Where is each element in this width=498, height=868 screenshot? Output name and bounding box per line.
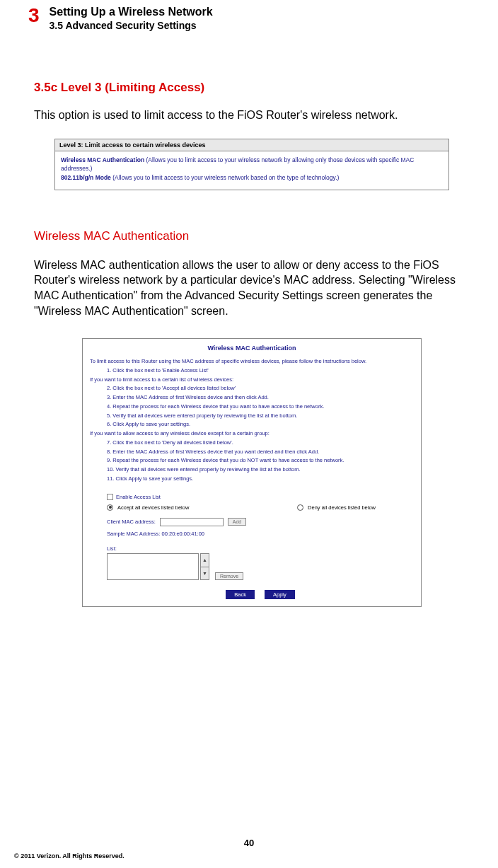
figure2-step7: 7. Click the box next to 'Deny all devic…	[107, 439, 414, 448]
figure2-form: Enable Access List Accept all devices li…	[107, 494, 414, 599]
figure2-title: Wireless MAC Authentication	[90, 345, 414, 352]
figure1-row-mode: 802.11b/g/n Mode (Allows you to limit ac…	[61, 173, 443, 183]
chapter-title: Setting Up a Wireless Network	[50, 6, 213, 18]
figure1-row-mac: Wireless MAC Authentication (Allows you …	[61, 156, 443, 174]
arrow-up-icon[interactable]: ▲	[201, 554, 209, 567]
client-mac-row: Client MAC address: Add	[107, 518, 414, 526]
figure2-step2: 2. Click the box next to 'Accept all dev…	[107, 384, 414, 393]
figure-mac-auth: Wireless MAC Authentication To limit acc…	[82, 338, 422, 607]
radio-group: Accept all devices listed below Deny all…	[107, 504, 376, 511]
enable-access-row: Enable Access List	[107, 494, 414, 500]
intro-paragraph: This option is used to limit access to t…	[34, 108, 470, 123]
figure2-step4: 4. Repeat the process for each Wireless …	[107, 403, 414, 412]
figure2-step1: 1. Click the box next to 'Enable Access …	[107, 366, 414, 376]
back-button[interactable]: Back	[226, 590, 255, 599]
arrow-down-icon[interactable]: ▼	[201, 567, 209, 579]
figure2-step8: 8. Enter the MAC Address of first Wirele…	[107, 448, 414, 457]
figure2-step3: 3. Enter the MAC Address of first Wirele…	[107, 393, 414, 403]
chapter-number: 3	[28, 6, 40, 25]
page-number: 40	[0, 838, 498, 848]
page-header: 3 Setting Up a Wireless Network 3.5 Adva…	[0, 0, 498, 31]
client-mac-input[interactable]	[160, 518, 224, 526]
figure2-step6: 6. Click Apply to save your settings.	[107, 420, 414, 429]
figure2-step10: 10. Verify that all devices were entered…	[107, 465, 414, 475]
figure2-if1: If you want to limit access to a certain…	[90, 376, 414, 385]
deny-radio-label: Deny all devices listed below	[308, 504, 376, 511]
copyright: © 2011 Verizon. All Rights Reserved.	[14, 852, 124, 860]
accept-radio[interactable]	[107, 504, 113, 511]
list-label: List:	[107, 545, 414, 552]
figure2-step9: 9. Repeat the process for each Wireless …	[107, 456, 414, 465]
section-title: 3.5 Advanced Security Settings	[50, 20, 213, 31]
figure1-row1-bold: Wireless MAC Authentication	[61, 156, 144, 163]
figure1-body: Wireless MAC Authentication (Allows you …	[55, 151, 448, 190]
subsection-heading: 3.5c Level 3 (Limiting Access)	[34, 81, 470, 95]
list-row: ▲ ▼ Remove	[107, 553, 414, 580]
figure2-if2: If you want to allow access to any wirel…	[90, 429, 414, 439]
apply-button[interactable]: Apply	[265, 590, 295, 599]
deny-radio[interactable]	[297, 504, 303, 511]
figure2-button-row: Back Apply	[107, 590, 414, 599]
figure1-header: Level 3: Limit access to certain wireles…	[55, 139, 448, 151]
add-button[interactable]: Add	[228, 518, 246, 526]
header-text: Setting Up a Wireless Network 3.5 Advanc…	[50, 6, 213, 31]
mac-auth-paragraph: Wireless MAC authentication allows the u…	[34, 257, 470, 318]
accept-radio-row: Accept all devices listed below	[107, 504, 189, 511]
mac-auth-heading: Wireless MAC Authentication	[34, 229, 470, 243]
page-content: 3.5c Level 3 (Limiting Access) This opti…	[0, 31, 498, 607]
figure2-step11: 11. Click Apply to save your settings.	[107, 475, 414, 484]
sample-mac: Sample MAC Address: 00:20:e0:00:41:00	[107, 531, 414, 537]
figure2-step5: 5. Verify that all devices were entered …	[107, 412, 414, 421]
enable-access-checkbox[interactable]	[107, 494, 113, 500]
enable-access-label: Enable Access List	[116, 494, 161, 500]
client-mac-label: Client MAC address:	[107, 519, 156, 525]
figure1-row2-bold: 802.11b/g/n Mode	[61, 174, 111, 181]
list-arrow-column: ▲ ▼	[200, 553, 209, 580]
figure-level3-box: Level 3: Limit access to certain wireles…	[54, 139, 449, 190]
deny-radio-row: Deny all devices listed below	[297, 504, 376, 511]
accept-radio-label: Accept all devices listed below	[117, 504, 189, 511]
remove-button[interactable]: Remove	[215, 572, 243, 580]
mac-listbox[interactable]	[107, 553, 199, 580]
figure2-intro: To limit access to this Router using the…	[90, 357, 414, 366]
figure1-row2-rest: (Allows you to limit access to your wire…	[111, 174, 340, 181]
